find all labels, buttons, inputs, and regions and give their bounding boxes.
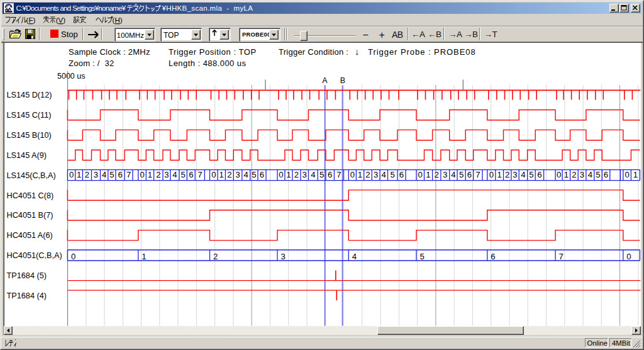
svg-text:0: 0	[69, 170, 74, 179]
svg-text:0: 0	[140, 170, 144, 179]
svg-text:3: 3	[281, 252, 286, 261]
svg-text:4: 4	[311, 170, 315, 179]
svg-text:4: 4	[244, 170, 248, 179]
svg-text:LS145 A(9): LS145 A(9)	[7, 151, 47, 160]
svg-text:6: 6	[189, 170, 193, 179]
svg-text:0: 0	[489, 170, 494, 179]
svg-text:2: 2	[435, 170, 439, 179]
svg-text:3: 3	[443, 170, 447, 179]
svg-text:3: 3	[235, 170, 240, 179]
svg-text:0: 0	[557, 170, 561, 179]
svg-text:2: 2	[227, 170, 231, 179]
svg-text:0: 0	[350, 170, 355, 179]
svg-text:3: 3	[164, 170, 169, 179]
svg-text:5: 5	[391, 170, 395, 179]
svg-text:0: 0	[418, 170, 423, 179]
svg-text:2: 2	[156, 170, 160, 179]
svg-text:3: 3	[303, 170, 307, 179]
svg-text:1: 1	[142, 252, 146, 261]
svg-text:2: 2	[505, 170, 509, 179]
svg-text:0: 0	[71, 252, 75, 261]
svg-text:1: 1	[358, 170, 362, 179]
svg-text:LS145 C(11): LS145 C(11)	[7, 111, 52, 120]
svg-text:1: 1	[564, 170, 569, 179]
svg-text:2: 2	[294, 170, 299, 179]
svg-text:7: 7	[336, 170, 341, 179]
svg-text:HC4051 C(8): HC4051 C(8)	[7, 191, 54, 200]
svg-text:6: 6	[260, 170, 264, 179]
svg-text:LS145 B(10): LS145 B(10)	[7, 131, 52, 140]
svg-text:5: 5	[420, 252, 425, 261]
svg-text:6: 6	[604, 170, 608, 179]
svg-text:1: 1	[426, 170, 430, 179]
svg-text:4: 4	[521, 170, 525, 179]
svg-text:TP1684 (4): TP1684 (4)	[7, 291, 47, 300]
svg-text:3: 3	[374, 170, 378, 179]
svg-text:1: 1	[497, 170, 501, 179]
svg-text:0: 0	[626, 252, 631, 261]
svg-text:HC4051 A(6): HC4051 A(6)	[7, 231, 53, 240]
svg-text:5: 5	[109, 170, 114, 179]
svg-text:4: 4	[382, 170, 386, 179]
svg-text:0: 0	[625, 170, 629, 179]
svg-text:3: 3	[580, 170, 584, 179]
svg-text:5: 5	[319, 170, 324, 179]
svg-text:0: 0	[279, 170, 283, 179]
svg-text:5: 5	[596, 170, 600, 179]
svg-text:4: 4	[588, 170, 592, 179]
svg-text:A: A	[322, 76, 328, 85]
svg-text:7: 7	[475, 170, 480, 179]
svg-text:2: 2	[213, 252, 218, 261]
svg-text:4: 4	[451, 170, 455, 179]
svg-text:4: 4	[352, 252, 357, 261]
svg-text:2: 2	[572, 170, 576, 179]
svg-text:6: 6	[537, 170, 541, 179]
svg-text:LS145 D(12): LS145 D(12)	[7, 91, 52, 99]
svg-text:6: 6	[467, 170, 472, 179]
svg-text:HC4051(C,B,A): HC4051(C,B,A)	[7, 251, 62, 260]
svg-text:B: B	[340, 76, 345, 85]
svg-text:6: 6	[328, 170, 332, 179]
svg-text:7: 7	[559, 252, 564, 261]
svg-text:5: 5	[529, 170, 533, 179]
svg-text:LS145(C,B,A): LS145(C,B,A)	[7, 171, 56, 180]
svg-text:2: 2	[365, 170, 370, 179]
svg-text:6: 6	[118, 170, 122, 179]
svg-text:6: 6	[399, 170, 404, 179]
svg-text:7: 7	[126, 170, 131, 179]
svg-text:1: 1	[219, 170, 224, 179]
svg-text:HC4051 B(7): HC4051 B(7)	[7, 211, 53, 220]
svg-text:3: 3	[94, 170, 98, 179]
svg-text:TP1684 (5): TP1684 (5)	[7, 271, 47, 280]
svg-text:1: 1	[633, 170, 638, 179]
svg-text:5: 5	[252, 170, 256, 179]
svg-text:1: 1	[148, 170, 152, 179]
svg-text:7: 7	[197, 170, 202, 179]
svg-text:6: 6	[491, 252, 495, 261]
svg-text:5: 5	[180, 170, 185, 179]
svg-text:4: 4	[102, 170, 106, 179]
svg-text:0: 0	[211, 170, 216, 179]
svg-text:3: 3	[513, 170, 517, 179]
svg-text:5: 5	[459, 170, 464, 179]
svg-text:4: 4	[172, 170, 177, 179]
svg-text:2: 2	[85, 170, 89, 179]
svg-text:1: 1	[286, 170, 291, 179]
svg-text:1: 1	[77, 170, 81, 179]
